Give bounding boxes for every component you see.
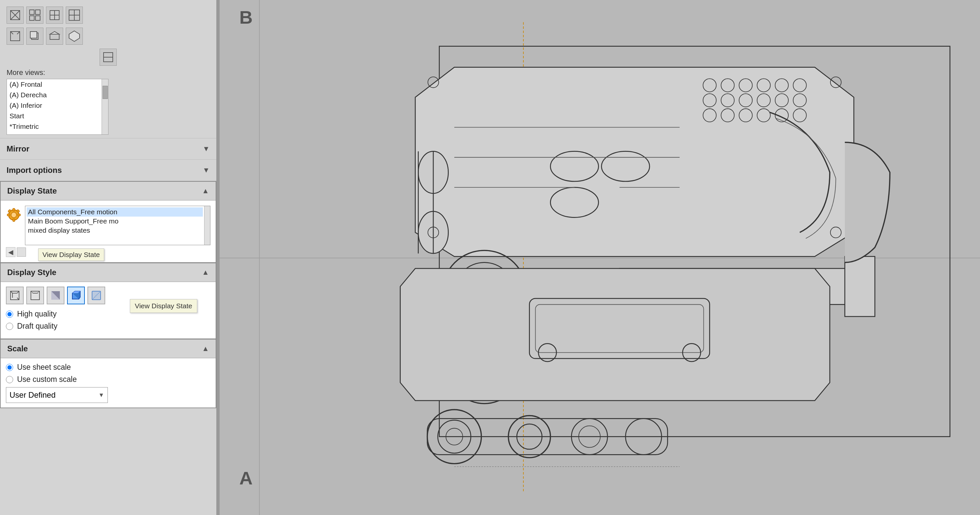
display-style-chevron: ▲ [202, 268, 209, 277]
high-quality-radio[interactable] [6, 311, 13, 318]
state-list-container: All Components_Free motion Main Boom Sup… [6, 206, 210, 245]
more-views-list[interactable]: (A) Frontal (A) Derecha (A) Inferior Sta… [6, 79, 108, 135]
nav-left-arrow[interactable]: ◀ [6, 247, 16, 257]
front-view-btn[interactable] [6, 28, 24, 45]
draft-quality-row: Draft quality [6, 322, 210, 331]
cad-viewport: B A [220, 0, 980, 515]
svg-rect-18 [50, 34, 59, 40]
high-quality-label: High quality [17, 310, 57, 318]
draft-quality-label: Draft quality [17, 322, 57, 331]
use-sheet-scale-radio[interactable] [6, 364, 13, 371]
display-state-section: Display State ▲ [0, 181, 216, 263]
state-listbox-inner: All Components_Free motion Main Boom Sup… [25, 206, 204, 245]
hidden-lines-style-btn[interactable] [26, 286, 44, 304]
scale-header[interactable]: Scale ▲ [1, 340, 216, 358]
svg-rect-4 [35, 10, 40, 14]
state-icon [6, 207, 22, 223]
left-panel: More views: (A) Frontal (A) Derecha (A) … [0, 0, 217, 515]
view-icons-row2 [6, 28, 210, 45]
more-views-list-inner: (A) Frontal (A) Derecha (A) Inferior Sta… [7, 79, 102, 134]
svg-rect-80 [845, 256, 875, 316]
use-custom-scale-radio[interactable] [6, 376, 13, 383]
cad-drawing [259, 0, 980, 515]
display-style-header[interactable]: Display Style ▲ [1, 263, 216, 282]
svg-rect-17 [30, 32, 37, 38]
display-state-header[interactable]: Display State ▲ [1, 182, 216, 200]
scrollbar-thumb[interactable] [103, 86, 108, 99]
list-item[interactable]: (A) Derecha [7, 90, 102, 100]
style-icons-row [6, 286, 210, 304]
use-custom-scale-row: Use custom scale [6, 375, 210, 384]
svg-line-14 [11, 32, 13, 34]
state-listbox[interactable]: All Components_Free motion Main Boom Sup… [25, 206, 210, 245]
import-options-label: Import options [6, 165, 62, 175]
mirror-label: Mirror [6, 144, 29, 154]
iso-view-btn[interactable] [66, 28, 83, 45]
wireframe-box-btn[interactable] [6, 6, 24, 24]
views-section: More views: (A) Frontal (A) Derecha (A) … [0, 0, 216, 138]
list-item[interactable]: (A) Frontal [7, 79, 102, 90]
svg-rect-6 [35, 16, 40, 21]
state-listbox-scrollbar[interactable] [204, 206, 210, 245]
high-quality-row: High quality [6, 310, 210, 318]
scale-content: Use sheet scale Use custom scale User De… [1, 358, 216, 407]
scale-dropdown-value: User Defined [10, 391, 56, 400]
list-item[interactable]: Start [7, 111, 102, 121]
svg-point-24 [11, 212, 16, 218]
import-options-chevron: ▼ [202, 166, 210, 175]
svg-line-15 [17, 32, 20, 34]
shaded-style-btn[interactable] [47, 286, 64, 304]
tooltip-view-display-state: View Display State [38, 248, 104, 261]
svg-rect-27 [7, 214, 10, 216]
view-icons-row1 [6, 6, 210, 24]
mirror-section-header[interactable]: Mirror ▼ [0, 138, 216, 160]
list-scrollbar[interactable] [102, 79, 108, 134]
scale-section: Scale ▲ Use sheet scale Use custom scale… [0, 339, 216, 408]
scale-chevron: ▲ [202, 345, 209, 353]
svg-rect-5 [30, 16, 34, 21]
use-sheet-scale-row: Use sheet scale [6, 363, 210, 372]
display-style-content: High quality Draft quality [1, 282, 216, 339]
top-view-btn[interactable] [46, 28, 63, 45]
mirror-chevron: ▼ [202, 145, 210, 153]
wireframe-style-btn[interactable] [6, 286, 24, 304]
scale-dropdown[interactable]: User Defined ▼ [6, 387, 108, 403]
more-views-label: More views: [6, 68, 210, 77]
display-state-content: All Components_Free motion Main Boom Sup… [1, 200, 216, 262]
grid-box-btn[interactable] [26, 6, 43, 24]
state-nav: ◀ [6, 247, 210, 257]
single-view-btn[interactable] [100, 49, 117, 66]
draft-quality-radio[interactable] [6, 323, 13, 330]
display-state-chevron: ▲ [202, 187, 209, 195]
svg-marker-19 [50, 32, 59, 34]
list-item[interactable]: All Components_Free motion [27, 207, 203, 216]
svg-rect-25 [13, 208, 15, 211]
svg-marker-20 [69, 31, 80, 41]
display-style-label: Display Style [7, 268, 56, 277]
list-item[interactable]: *Trimetric [7, 121, 102, 132]
nav-square [17, 248, 26, 257]
list-item[interactable]: (A) Inferior [7, 100, 102, 111]
transparent-style-btn[interactable] [88, 286, 105, 304]
display-state-label: Display State [7, 186, 57, 196]
display-style-section: Display Style ▲ [0, 262, 216, 339]
solid-box-btn[interactable] [46, 6, 63, 24]
import-options-section-header[interactable]: Import options ▼ [0, 160, 216, 181]
scale-dropdown-arrow: ▼ [98, 392, 104, 399]
shaded-edges-style-btn[interactable] [67, 286, 85, 304]
viewport-label-b: B [239, 6, 253, 28]
viewport-label-a: A [239, 467, 253, 489]
scale-label: Scale [7, 344, 28, 353]
svg-rect-28 [18, 214, 21, 216]
view-icons-row3 [6, 49, 210, 66]
side-view-btn[interactable] [26, 28, 43, 45]
use-sheet-scale-label: Use sheet scale [17, 363, 71, 372]
use-custom-scale-label: Use custom scale [17, 375, 77, 384]
list-item[interactable]: mixed display states [27, 226, 203, 235]
multi-view-btn[interactable] [66, 6, 83, 24]
list-item[interactable]: Main Boom Support_Free mo [27, 216, 203, 226]
svg-rect-3 [30, 10, 34, 14]
panel-resize-handle[interactable] [217, 0, 220, 515]
svg-rect-26 [13, 219, 15, 221]
